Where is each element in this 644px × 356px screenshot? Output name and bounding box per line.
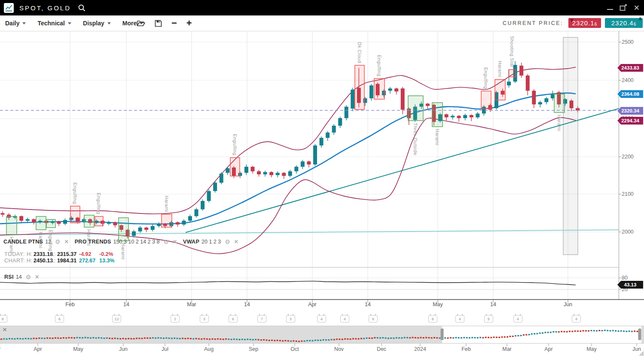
calendar-marker[interactable]: 6 <box>428 315 437 323</box>
pattern-label: Engulfing <box>96 193 101 214</box>
calendar-marker[interactable]: 4 <box>317 315 326 323</box>
calendar-marker[interactable]: 5 <box>484 315 493 323</box>
price-tag: 2320.34 <box>617 107 643 115</box>
calendar-marker[interactable]: 4 <box>455 315 464 323</box>
zoom-out-button[interactable]: − <box>171 19 177 27</box>
menu-daily[interactable]: Daily <box>5 20 26 27</box>
pattern-box <box>554 94 565 113</box>
navigator-month-label: May <box>68 346 88 352</box>
indicator-legend-row: CANDLE PTNS 12 ⚙ ✕ PRO TRENDS 150 3 10 2… <box>3 238 238 245</box>
pattern-label: Harami <box>435 129 440 145</box>
pattern-box <box>230 158 240 176</box>
navigator-month-label: May <box>582 346 601 352</box>
gear-icon[interactable]: ⚙ <box>55 239 61 245</box>
calendar-marker[interactable]: 4 <box>572 315 581 323</box>
chart-stats-row: CHART: H: 2450.13 L: 1984.31 272.67 13.3… <box>0 258 129 264</box>
pattern-label: Shooting Star <box>510 36 515 67</box>
symbol-title: SPOT, GOLD <box>19 4 71 12</box>
arrow-down-icon <box>570 19 574 22</box>
navigator-month-label: Jun <box>113 346 133 352</box>
time-axis-label: Feb <box>61 301 79 307</box>
popout-button[interactable] <box>620 4 627 11</box>
price-tag: 2294.34 <box>617 117 643 125</box>
band-lower-line <box>0 117 576 253</box>
menu-technical[interactable]: Technical <box>37 20 71 27</box>
minimize-button[interactable] <box>607 6 613 10</box>
band-upper-line <box>0 67 576 214</box>
pattern-box <box>374 79 385 99</box>
pattern-box <box>36 216 46 230</box>
time-axis-label: 14 <box>238 301 256 307</box>
chart-change: 272.67 <box>79 258 95 264</box>
navigator-left-handle[interactable] <box>441 329 444 340</box>
calendar-marker[interactable]: 6 <box>369 315 378 323</box>
navigator-month-label: Dec <box>372 346 391 352</box>
ma-blue-line <box>0 93 576 224</box>
calendar-marker[interactable]: 6 <box>0 315 7 323</box>
gear-icon[interactable]: ⚙ <box>26 274 31 280</box>
pattern-box <box>46 219 55 228</box>
calendar-marker[interactable]: 12 <box>112 315 121 323</box>
vwap-light-line <box>0 230 619 235</box>
pattern-box <box>495 79 505 100</box>
pattern-box <box>119 218 128 241</box>
navigator-month-label: Mar <box>0 346 6 352</box>
pattern-box <box>481 91 491 109</box>
calendar-marker[interactable]: 6 <box>229 315 238 323</box>
rsi-legend: RSI 14 ⚙ ✕ <box>4 274 39 280</box>
app-logo-icon <box>4 3 14 13</box>
close-icon[interactable]: ✕ <box>634 4 640 12</box>
gear-icon[interactable]: ⚙ <box>225 239 230 245</box>
close-icon[interactable]: ✕ <box>64 239 69 245</box>
pattern-label: Engulfing <box>483 67 488 89</box>
pattern-box <box>408 96 423 121</box>
navigator-close-icon[interactable]: ✕ <box>2 327 8 333</box>
close-icon[interactable]: ✕ <box>234 239 238 245</box>
menu-display[interactable]: Display <box>83 20 111 27</box>
save-icon[interactable] <box>155 20 162 27</box>
navigator[interactable] <box>0 326 644 346</box>
price-tick-label: 2500 <box>622 39 634 46</box>
pattern-box <box>162 214 172 227</box>
navigator-month-label: Feb <box>456 346 476 352</box>
candles <box>1 61 580 238</box>
pattern-label: Engulfing <box>232 134 238 155</box>
gear-icon[interactable]: ⚙ <box>163 239 169 245</box>
calendar-marker[interactable]: 6 <box>55 315 64 323</box>
price-tag: 43.13 <box>617 281 643 289</box>
navigator-month-label: Nov <box>329 346 349 352</box>
zoom-in-button[interactable]: + <box>186 19 192 27</box>
pattern-label: Engulfing <box>73 183 78 204</box>
close-icon[interactable]: ✕ <box>35 274 39 280</box>
pattern-box <box>432 103 443 127</box>
navigator-month-label: Apr <box>28 346 48 352</box>
arrow-up-icon <box>638 17 642 20</box>
pattern-box <box>6 216 17 234</box>
open-folder-icon[interactable] <box>137 20 145 27</box>
search-icon[interactable] <box>78 4 86 12</box>
vwap-legend: VWAP <box>183 239 199 245</box>
calendar-marker[interactable]: 4 <box>513 315 522 323</box>
calendar-marker[interactable]: 3 <box>200 315 209 323</box>
navigator-month-label: Mar <box>497 346 517 352</box>
calendar-marker[interactable]: 2 <box>171 315 180 323</box>
close-icon[interactable]: ✕ <box>173 239 177 245</box>
pattern-label: Harami <box>557 115 562 131</box>
price-tick-label: 2200 <box>622 153 634 160</box>
pattern-label: Engulfing <box>377 55 382 76</box>
time-axis-label: Apr <box>303 301 322 307</box>
pattern-label: Harami <box>164 196 169 212</box>
calendar-marker[interactable]: 7 <box>257 315 266 323</box>
price-chart-canvas[interactable]: HaramiHaramiEngulfingEngulfingHaramiEngu… <box>0 0 644 356</box>
navigator-month-label: Aug <box>199 346 219 352</box>
resize-grip-icon[interactable] <box>640 352 644 356</box>
time-axis-label: May <box>428 301 447 307</box>
calendar-marker[interactable]: 3 <box>286 315 295 323</box>
navigator-month-label: Jul <box>155 346 175 352</box>
navigator-right-handle[interactable] <box>638 329 641 340</box>
time-axis-label: 14 <box>484 301 503 307</box>
navigator-month-label: Sep <box>244 346 263 352</box>
time-axis-label: 14 <box>117 301 136 307</box>
candle-patterns-legend: CANDLE PTNS <box>3 239 43 245</box>
calendar-marker[interactable]: 4 <box>340 315 349 323</box>
